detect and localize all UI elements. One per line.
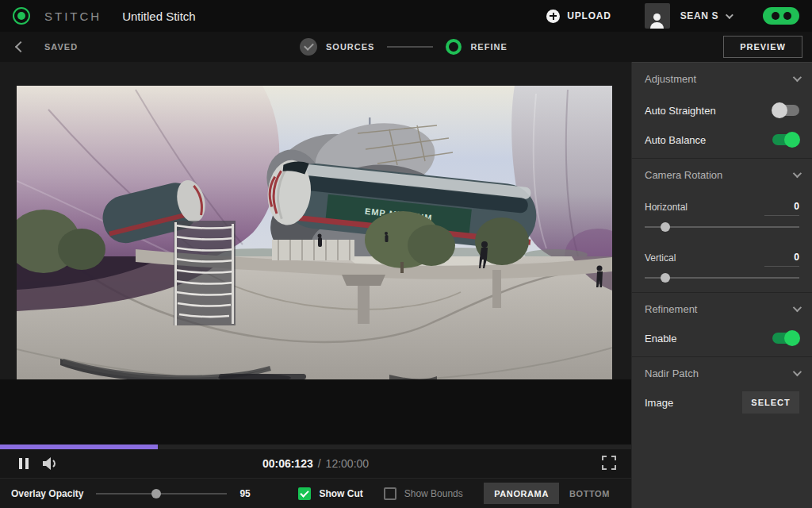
duration: 12:00:00 bbox=[326, 457, 370, 470]
overlay-opacity-value: 95 bbox=[239, 488, 257, 499]
back-button[interactable] bbox=[10, 37, 30, 57]
vertical-label: Vertical bbox=[645, 252, 676, 267]
user-menu[interactable]: SEAN S bbox=[645, 3, 731, 29]
settings-sidebar: Adjustment Auto Straighten Auto Balance … bbox=[631, 62, 812, 508]
auto-balance-row: Auto Balance bbox=[632, 126, 812, 158]
show-cut-checkbox-group[interactable]: Show Cut bbox=[298, 487, 362, 500]
top-bar: STITCH Untitled Stitch UPLOAD SEAN S bbox=[0, 0, 812, 32]
horizontal-label: Horizontal bbox=[645, 202, 688, 216]
enable-label: Enable bbox=[645, 333, 676, 344]
show-cut-checkbox[interactable] bbox=[298, 487, 311, 500]
brand-name: STITCH bbox=[44, 10, 102, 23]
check-circle-icon bbox=[300, 38, 317, 56]
step-sources[interactable]: SOURCES bbox=[300, 38, 374, 56]
show-bounds-checkbox[interactable] bbox=[384, 487, 396, 500]
refinement-header[interactable]: Refinement bbox=[632, 293, 812, 325]
chevron-down-icon bbox=[793, 169, 802, 178]
company-pill-logo bbox=[763, 7, 799, 25]
step-sources-label: SOURCES bbox=[326, 42, 374, 52]
step-refine[interactable]: REFINE bbox=[446, 39, 507, 55]
show-cut-label: Show Cut bbox=[319, 488, 362, 499]
vertical-slider[interactable] bbox=[645, 268, 799, 287]
current-time: 00:06:123 bbox=[262, 457, 313, 470]
panorama-view-button[interactable]: PANORAMA bbox=[484, 483, 559, 504]
section-camera-rotation: Camera Rotation Horizontal 0 Vertical 0 bbox=[632, 158, 812, 287]
upload-button[interactable]: UPLOAD bbox=[546, 10, 611, 23]
overlay-opacity-label: Overlay Opacity bbox=[11, 488, 83, 499]
refinement-title: Refinement bbox=[645, 303, 697, 315]
plus-icon bbox=[546, 10, 560, 23]
nadir-patch-header[interactable]: Nadir Patch bbox=[632, 357, 812, 389]
overlay-opacity-thumb[interactable] bbox=[151, 489, 161, 498]
auto-straighten-label: Auto Straighten bbox=[645, 105, 716, 117]
section-refinement: Refinement Enable bbox=[632, 292, 812, 356]
stepper-connector bbox=[387, 46, 433, 48]
chevron-down-icon bbox=[793, 303, 802, 312]
stage: EMP MUSEUM bbox=[0, 62, 631, 508]
camera-rotation-header[interactable]: Camera Rotation bbox=[632, 159, 812, 190]
stitch-app: STITCH Untitled Stitch UPLOAD SEAN S SAV… bbox=[0, 0, 812, 508]
nadir-image-row: Image SELECT bbox=[632, 389, 812, 421]
workflow-stepper: SOURCES REFINE bbox=[300, 32, 508, 62]
step-refine-label: REFINE bbox=[470, 42, 507, 52]
show-bounds-checkbox-group[interactable]: Show Bounds bbox=[384, 487, 463, 500]
nadir-image-label: Image bbox=[645, 397, 673, 409]
playback-controls: 00:06:123 / 12:00:00 bbox=[0, 449, 631, 478]
panorama-preview[interactable]: EMP MUSEUM bbox=[17, 86, 612, 379]
user-name: SEAN S bbox=[680, 10, 718, 21]
stitch-logo-icon bbox=[13, 7, 30, 25]
auto-balance-label: Auto Balance bbox=[645, 134, 706, 146]
nadir-image-select-button[interactable]: SELECT bbox=[742, 391, 799, 414]
stage-lower-area bbox=[0, 379, 631, 444]
saved-status: SAVED bbox=[44, 42, 78, 52]
adjustment-header[interactable]: Adjustment bbox=[632, 63, 812, 94]
auto-straighten-row: Auto Straighten bbox=[632, 94, 812, 126]
chevron-down-icon bbox=[726, 11, 733, 19]
show-bounds-label: Show Bounds bbox=[404, 488, 463, 499]
overlay-opacity-slider[interactable] bbox=[96, 493, 227, 495]
vertical-slider-thumb[interactable] bbox=[661, 273, 670, 283]
auto-balance-toggle[interactable] bbox=[772, 134, 799, 145]
chevron-down-icon bbox=[793, 368, 802, 376]
horizontal-value[interactable]: 0 bbox=[764, 201, 799, 216]
stage-footer: Overlay Opacity 95 Show Cut Show Bounds … bbox=[0, 478, 631, 508]
enable-row: Enable bbox=[632, 325, 812, 356]
horizontal-row: Horizontal 0 bbox=[632, 190, 812, 217]
camera-rotation-title: Camera Rotation bbox=[645, 169, 722, 181]
vertical-value[interactable]: 0 bbox=[764, 252, 799, 267]
fullscreen-icon bbox=[602, 456, 616, 470]
active-ring-icon bbox=[446, 39, 462, 55]
document-title: Untitled Stitch bbox=[122, 10, 196, 23]
adjustment-title: Adjustment bbox=[645, 73, 696, 85]
workflow-toolbar: SAVED SOURCES REFINE PREVIEW bbox=[0, 32, 812, 62]
section-adjustment: Adjustment Auto Straighten Auto Balance bbox=[632, 62, 812, 158]
time-display: 00:06:123 / 12:00:00 bbox=[0, 449, 631, 478]
time-separator: / bbox=[318, 457, 321, 470]
nadir-patch-title: Nadir Patch bbox=[645, 368, 699, 379]
horizontal-slider-thumb[interactable] bbox=[661, 222, 670, 232]
preview-button[interactable]: PREVIEW bbox=[723, 36, 802, 58]
vertical-row: Vertical 0 bbox=[632, 241, 812, 268]
horizontal-slider[interactable] bbox=[645, 217, 799, 237]
chevron-down-icon bbox=[793, 73, 802, 82]
refinement-enable-toggle[interactable] bbox=[772, 333, 799, 344]
panorama-image: EMP MUSEUM bbox=[17, 86, 612, 379]
auto-straighten-toggle[interactable] bbox=[772, 105, 799, 116]
section-nadir-patch: Nadir Patch Image SELECT bbox=[632, 356, 812, 421]
user-avatar-icon bbox=[645, 3, 670, 29]
upload-label: UPLOAD bbox=[567, 10, 611, 21]
view-toggle: PANORAMA BOTTOM bbox=[484, 483, 620, 504]
fullscreen-button[interactable] bbox=[601, 456, 617, 471]
bottom-view-button[interactable]: BOTTOM bbox=[559, 483, 620, 504]
